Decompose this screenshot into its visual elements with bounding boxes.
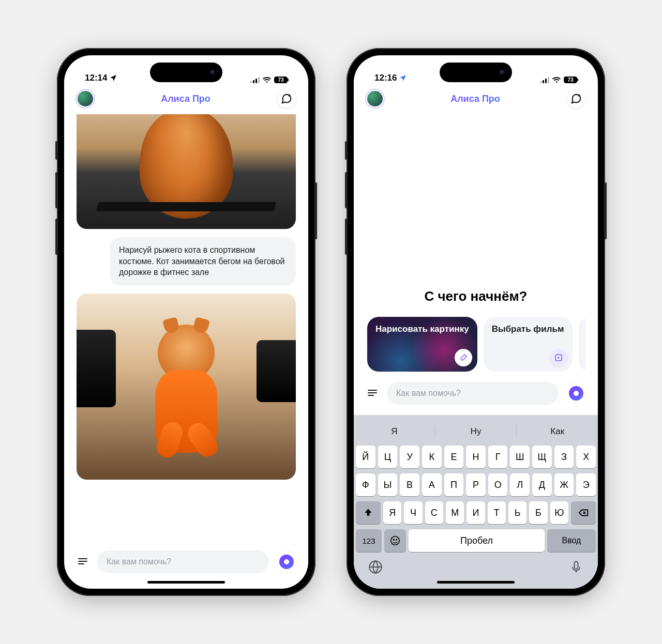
generated-image-2[interactable] <box>77 294 296 480</box>
key-Т[interactable]: Т <box>488 501 506 524</box>
emoji-key[interactable] <box>384 529 406 552</box>
svg-point-1 <box>391 536 400 545</box>
avatar[interactable] <box>77 90 94 108</box>
keyboard-row-3: ЯЧСМИТЬБЮ <box>354 499 598 527</box>
message-input[interactable]: Как вам помочь? <box>387 382 559 405</box>
status-time: 12:14 <box>85 73 107 83</box>
key-Й[interactable]: Й <box>356 446 375 468</box>
shift-key[interactable] <box>356 501 381 524</box>
suggestion-card-draw[interactable]: Нарисовать картинку <box>367 317 477 372</box>
generated-image-1[interactable] <box>77 114 296 229</box>
play-icon <box>554 353 563 362</box>
key-Ч[interactable]: Ч <box>404 501 422 524</box>
key-Ш[interactable]: Ш <box>510 446 530 468</box>
battery-icon: 73 <box>274 76 288 83</box>
key-Л[interactable]: Л <box>510 473 530 496</box>
message-input[interactable]: Как вам помочь? <box>97 550 269 573</box>
wifi-icon <box>263 77 271 83</box>
key-К[interactable]: К <box>422 446 442 468</box>
key-З[interactable]: З <box>554 446 574 468</box>
input-placeholder: Как вам помочь? <box>396 389 461 398</box>
key-А[interactable]: А <box>422 473 442 496</box>
globe-icon[interactable] <box>368 560 383 574</box>
svg-point-2 <box>393 539 394 540</box>
alisa-voice-button[interactable] <box>565 382 588 405</box>
suggestion-word[interactable]: Ну <box>435 426 517 437</box>
key-Ф[interactable]: Ф <box>356 473 375 496</box>
navigation-icon <box>399 74 407 82</box>
key-Б[interactable]: Б <box>529 501 547 524</box>
brush-icon <box>459 353 468 362</box>
key-Щ[interactable]: Щ <box>532 446 552 468</box>
keyboard-row-4: 123 Пробел Ввод <box>354 527 598 555</box>
history-button[interactable] <box>364 385 381 402</box>
suggestion-cards-row[interactable]: Нарисовать картинку Выбрать фильм Приду … <box>366 317 585 372</box>
suggestion-word[interactable]: Я <box>354 426 435 437</box>
battery-icon: 73 <box>564 76 577 83</box>
shift-icon <box>363 508 373 518</box>
phone-right: 12:16 73 Алиса Про С чего начнё <box>347 48 605 596</box>
alisa-voice-button[interactable] <box>275 550 298 573</box>
enter-key[interactable]: Ввод <box>547 529 596 552</box>
chat-area[interactable]: Нарисуй рыжего кота в спортивном костюме… <box>77 114 296 547</box>
key-Ц[interactable]: Ц <box>378 446 398 468</box>
avatar[interactable] <box>366 90 384 108</box>
key-Ж[interactable]: Ж <box>554 473 574 496</box>
backspace-key[interactable] <box>571 501 596 524</box>
app-header: Алиса Про <box>64 86 308 111</box>
key-Ю[interactable]: Ю <box>550 501 568 524</box>
keyboard-suggestions: Я Ну Как <box>354 420 598 443</box>
key-Ь[interactable]: Ь <box>508 501 526 524</box>
keyboard[interactable]: Я Ну Как ЙЦУКЕНГШЩЗХ ФЫВАПРОЛДЖЭ ЯЧСМИТЬ… <box>354 415 598 589</box>
history-icon <box>77 556 89 568</box>
suggestion-card-ideas[interactable]: Приду идеи <box>579 317 585 372</box>
home-indicator[interactable] <box>437 581 515 584</box>
svg-rect-5 <box>575 562 578 569</box>
key-Д[interactable]: Д <box>532 473 552 496</box>
key-М[interactable]: М <box>446 501 464 524</box>
input-placeholder: Как вам помочь? <box>107 557 171 566</box>
keyboard-row-2: ФЫВАПРОЛДЖЭ <box>354 471 598 499</box>
alisa-icon <box>279 555 294 569</box>
key-Н[interactable]: Н <box>466 446 486 468</box>
key-Я[interactable]: Я <box>383 501 401 524</box>
key-У[interactable]: У <box>400 446 419 468</box>
key-Х[interactable]: Х <box>576 446 596 468</box>
key-Р[interactable]: Р <box>466 473 486 496</box>
new-chat-icon <box>570 93 582 104</box>
input-bar: Как вам помочь? <box>354 378 598 415</box>
key-П[interactable]: П <box>444 473 464 496</box>
wifi-icon <box>552 77 561 83</box>
history-button[interactable] <box>74 554 91 570</box>
card-label: Выбрать фильм <box>492 324 564 334</box>
key-Ы[interactable]: Ы <box>378 473 398 496</box>
key-Э[interactable]: Э <box>576 473 596 496</box>
brush-badge <box>455 349 472 366</box>
key-С[interactable]: С <box>425 501 443 524</box>
play-badge <box>550 349 567 366</box>
new-chat-button[interactable] <box>277 89 296 108</box>
key-Г[interactable]: Г <box>488 446 508 468</box>
key-В[interactable]: В <box>400 473 419 496</box>
app-title[interactable]: Алиса Про <box>450 94 500 104</box>
key-О[interactable]: О <box>488 473 508 496</box>
signal-icon <box>250 77 260 83</box>
space-key[interactable]: Пробел <box>409 529 545 552</box>
backspace-icon <box>578 507 589 518</box>
suggestion-word[interactable]: Как <box>517 426 598 437</box>
suggestion-card-movie[interactable]: Выбрать фильм <box>484 317 573 372</box>
key-Е[interactable]: Е <box>444 446 464 468</box>
svg-point-3 <box>396 539 397 540</box>
new-chat-button[interactable] <box>567 89 585 108</box>
numbers-key[interactable]: 123 <box>356 529 382 552</box>
app-title[interactable]: Алиса Про <box>161 94 210 104</box>
card-label: Нарисовать картинку <box>375 324 469 334</box>
home-indicator[interactable] <box>147 581 225 584</box>
keyboard-bottom-row <box>354 555 598 589</box>
mic-icon[interactable] <box>569 560 583 574</box>
empty-state-title: С чего начнём? <box>366 288 585 304</box>
app-header: Алиса Про <box>354 86 598 111</box>
emoji-icon <box>389 535 401 546</box>
key-И[interactable]: И <box>467 501 485 524</box>
alisa-icon <box>569 386 583 401</box>
